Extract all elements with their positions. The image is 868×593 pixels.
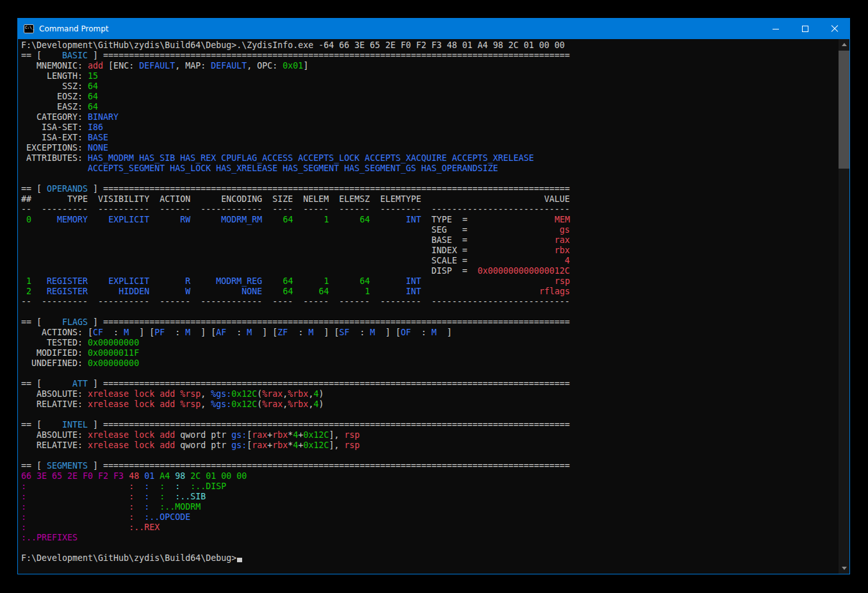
console-line: == [ OPERANDS ] ========================… (21, 184, 836, 194)
console-line: : : : : :..SIB (21, 492, 836, 502)
console-line (21, 410, 836, 420)
console-line: : : : :..MODRM (21, 502, 836, 512)
title-bar[interactable]: Command Prompt (18, 19, 849, 39)
console-line: -- --------- ---------- ------ ---------… (21, 205, 836, 215)
scroll-thumb[interactable] (839, 51, 849, 169)
console-line: ABSOLUTE: xrelease lock add qword ptr gs… (21, 430, 836, 440)
console-line: == [ FLAGS ] ===========================… (21, 317, 836, 328)
console-line: 1 REGISTER EXPLICIT R MODRM_REG 64 1 64 … (21, 276, 836, 287)
console-line: == [ ATT ] =============================… (21, 379, 836, 389)
console-line: EASZ: 64 (21, 102, 836, 112)
console-line: 2 REGISTER HIDDEN W NONE 64 64 1 INT rfl… (21, 287, 836, 297)
console-line (21, 174, 836, 184)
scroll-down-icon (842, 567, 847, 570)
scroll-up-button[interactable] (839, 39, 849, 50)
console-line: ACTIONS: [CF : M ] [PF : M ] [AF : M ] [… (21, 328, 836, 338)
console-output[interactable]: F:\Development\GitHub\zydis\Build64\Debu… (18, 39, 839, 574)
close-button[interactable] (820, 19, 849, 39)
console-line: EXCEPTIONS: NONE (21, 143, 836, 153)
console-line: UNDEFINED: 0x00000000 (21, 358, 836, 369)
console-line: ACCEPTS_SEGMENT HAS_LOCK HAS_XRELEASE HA… (21, 163, 836, 174)
console-line: BASE = rax (21, 235, 836, 246)
console-line: RELATIVE: xrelease lock add qword ptr gs… (21, 440, 836, 451)
console-line: F:\Development\GitHub\zydis\Build64\Debu… (21, 553, 836, 564)
console-line: CATEGORY: BINARY (21, 112, 836, 122)
console-line: ## TYPE VISIBILITY ACTION ENCODING SIZE … (21, 194, 836, 205)
scrollbar[interactable] (839, 39, 849, 574)
console-line: DISP = 0x000000000000012C (21, 266, 836, 276)
console-line: == [ INTEL ] ===========================… (21, 420, 836, 430)
desktop: { "window": { "title": "Command Prompt" … (0, 0, 868, 593)
console-line (21, 307, 836, 317)
console-line: ISA-SET: I86 (21, 122, 836, 133)
maximize-button[interactable] (790, 19, 820, 39)
window-title: Command Prompt (39, 24, 109, 33)
window-controls (761, 19, 849, 39)
command-prompt-icon (24, 24, 34, 33)
title-bar-left: Command Prompt (18, 24, 761, 33)
console-line: == [ SEGMENTS ] ========================… (21, 461, 836, 471)
command-prompt-window: Command Prompt F:\Development\GitHub\zyd… (17, 18, 850, 574)
minimize-icon (773, 29, 779, 29)
console-line (21, 543, 836, 553)
console-line: : :..REX (21, 522, 836, 533)
console-line: MODIFIED: 0x0000011F (21, 348, 836, 358)
console-line: RELATIVE: xrelease lock add %rsp, %gs:0x… (21, 399, 836, 410)
minimize-button[interactable] (761, 19, 790, 39)
console-line: SEG = gs (21, 225, 836, 235)
close-icon (831, 25, 839, 33)
scroll-up-icon (842, 43, 847, 46)
console-line: 66 3E 65 2E F0 F2 F3 48 01 A4 98 2C 01 0… (21, 471, 836, 481)
console-line: LENGTH: 15 (21, 71, 836, 81)
console-line: :..PREFIXES (21, 533, 836, 543)
console-line: F:\Development\GitHub\zydis\Build64\Debu… (21, 40, 836, 51)
console-line: == [ BASIC ] ===========================… (21, 51, 836, 61)
console-line: SCALE = 4 (21, 256, 836, 266)
console-line (21, 451, 836, 461)
console-line: MNEMONIC: add [ENC: DEFAULT, MAP: DEFAUL… (21, 61, 836, 71)
console-line: SSZ: 64 (21, 81, 836, 92)
console-line: -- --------- ---------- ------ ---------… (21, 297, 836, 307)
scroll-down-button[interactable] (839, 563, 849, 574)
console-line: ABSOLUTE: xrelease lock add %rsp, %gs:0x… (21, 389, 836, 399)
console-line (21, 369, 836, 379)
console-line: TESTED: 0x00000000 (21, 338, 836, 348)
maximize-icon (802, 26, 808, 32)
console-line: : : :..OPCODE (21, 512, 836, 522)
console-line: ISA-EXT: BASE (21, 133, 836, 143)
console-line: ATTRIBUTES: HAS_MODRM HAS_SIB HAS_REX CP… (21, 153, 836, 163)
text-cursor (237, 558, 242, 562)
console-line: INDEX = rbx (21, 246, 836, 256)
console-line: : : : : : :..DISP (21, 481, 836, 492)
console-line: 0 MEMORY EXPLICIT RW MODRM_RM 64 1 64 IN… (21, 215, 836, 225)
console-body: F:\Development\GitHub\zydis\Build64\Debu… (18, 39, 849, 574)
console-line: EOSZ: 64 (21, 92, 836, 102)
